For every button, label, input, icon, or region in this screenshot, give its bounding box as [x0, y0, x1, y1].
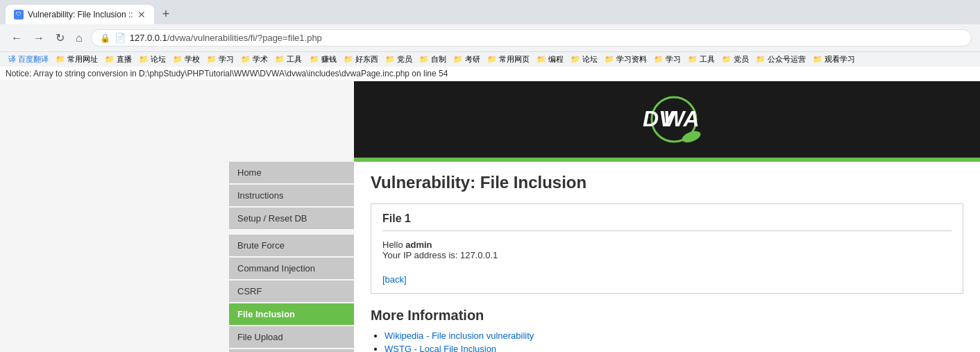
sidebar-item-file-inclusion[interactable]: File Inclusion [229, 303, 354, 325]
sidebar-item-csrf[interactable]: CSRF [229, 280, 354, 302]
bookmark-school[interactable]: 📁 学校 [173, 54, 200, 65]
url-domain: 127.0.0.1 [130, 33, 167, 43]
refresh-button[interactable]: ↻ [53, 28, 67, 47]
file-box-content: Hello admin Your IP address is: 127.0.0.… [382, 240, 952, 285]
bookmark-translate[interactable]: 译 百度翻译 [8, 54, 49, 65]
ip-line: Your IP address is: 127.0.0.1 [382, 250, 952, 260]
back-link[interactable]: [back] [382, 274, 407, 285]
sidebar-container: Home Instructions Setup / Reset DB Brute… [0, 162, 354, 352]
dvwa-logo-container: DV WA [632, 95, 702, 144]
bookmark-party2[interactable]: 📁 党员 [722, 54, 749, 65]
page-title: Vulnerability: File Inclusion [371, 173, 963, 192]
home-button[interactable]: ⌂ [73, 29, 85, 47]
sidebar-item-command-injection[interactable]: Command Injection [229, 258, 354, 279]
sidebar-item-setup[interactable]: Setup / Reset DB [229, 208, 354, 229]
more-info-link-2[interactable]: WSTG - Local File Inclusion [385, 344, 496, 352]
bookmark-tools[interactable]: 📁 工具 [275, 54, 302, 65]
bookmarks-bar: 译 百度翻译 📁 常用网址 📁 直播 📁 论坛 📁 学校 📁 学习 📁 学术 📁… [0, 51, 980, 67]
back-link-container: [back] [382, 267, 952, 285]
more-info-title: More Information [371, 308, 963, 324]
nav-bar: ← → ↻ ⌂ 🔒 📄 127.0.0.1/dvwa/vulnerabiliti… [0, 24, 980, 51]
notice-text: Notice: Array to string conversion in D:… [6, 69, 448, 78]
content-area: Vulnerability: File Inclusion File 1 Hel… [354, 162, 980, 352]
hello-line: Hello admin [382, 240, 952, 250]
hello-label: Hello [382, 240, 405, 250]
tab-bar: 🛡 Vulnerability: File Inclusion :: ✕ + [0, 0, 980, 24]
url-path: /dvwa/vulnerabilities/fi/?page=file1.php [167, 33, 322, 43]
sidebar-item-brute-force[interactable]: Brute Force [229, 235, 354, 256]
bookmark-coding[interactable]: 📁 编程 [537, 54, 564, 65]
bookmark-research[interactable]: 📁 考研 [453, 54, 480, 65]
browser-chrome: 🛡 Vulnerability: File Inclusion :: ✕ + ←… [0, 0, 980, 67]
active-tab[interactable]: 🛡 Vulnerability: File Inclusion :: ✕ [6, 5, 154, 24]
bookmark-study2[interactable]: 📁 学习 [654, 54, 681, 65]
more-info-list: Wikipedia - File inclusion vulnerability… [371, 330, 963, 352]
main-content: DV WA Home Instructions [0, 81, 980, 352]
bookmark-academic[interactable]: 📁 学术 [241, 54, 268, 65]
bookmark-study[interactable]: 📁 学习 [207, 54, 234, 65]
bookmark-watch[interactable]: 📁 观看学习 [813, 54, 855, 65]
dvwa-logo-svg: DV WA [632, 95, 702, 144]
username-value: admin [405, 240, 432, 250]
tab-favicon: 🛡 [14, 10, 24, 19]
bookmark-earn[interactable]: 📁 赚钱 [310, 54, 337, 65]
sidebar-vulnerabilities: Brute Force Command Injection CSRF File … [229, 235, 354, 352]
sidebar-item-insecure-captcha[interactable]: Insecure CAPTCHA [229, 349, 354, 352]
bookmark-tools2[interactable]: 📁 工具 [688, 54, 715, 65]
tab-title: Vulnerability: File Inclusion :: [28, 10, 133, 19]
dvwa-header: DV WA [354, 81, 980, 158]
notice-bar: Notice: Array to string conversion in D:… [0, 67, 980, 81]
body-layout: Home Instructions Setup / Reset DB Brute… [0, 162, 980, 352]
more-info-link-1[interactable]: Wikipedia - File inclusion vulnerability [385, 330, 534, 341]
more-info-section: More Information Wikipedia - File inclus… [371, 308, 963, 352]
tab-close-button[interactable]: ✕ [137, 9, 146, 20]
sidebar-item-instructions[interactable]: Instructions [229, 185, 354, 206]
page-layout: DV WA [0, 81, 980, 162]
address-text: 127.0.0.1/dvwa/vulnerabilities/fi/?page=… [130, 33, 963, 43]
security-icon: 🔒 [100, 33, 110, 43]
address-bar[interactable]: 🔒 📄 127.0.0.1/dvwa/vulnerabilities/fi/?p… [91, 29, 972, 47]
new-tab-button[interactable]: + [157, 4, 176, 24]
bookmark-custom[interactable]: 📁 自制 [419, 54, 446, 65]
page-icon: 📄 [115, 33, 126, 43]
forward-button[interactable]: → [31, 29, 47, 47]
sidebar-item-home[interactable]: Home [229, 162, 354, 183]
ip-label: Your IP address is: [382, 250, 460, 260]
right-section: DV WA [354, 81, 980, 162]
sidebar-item-file-upload[interactable]: File Upload [229, 326, 354, 348]
ip-value: 127.0.0.1 [460, 250, 498, 260]
sidebar: Home Instructions Setup / Reset DB Brute… [229, 162, 354, 352]
list-item: Wikipedia - File inclusion vulnerability [385, 330, 963, 341]
bookmark-good[interactable]: 📁 好东西 [344, 54, 378, 65]
bookmark-public[interactable]: 📁 公众号运营 [756, 54, 806, 65]
bookmark-forum[interactable]: 📁 论坛 [139, 54, 166, 65]
bookmark-party[interactable]: 📁 党员 [385, 54, 412, 65]
file-box: File 1 Hello admin Your IP address is: 1… [371, 203, 963, 294]
left-spacer [0, 81, 354, 162]
bookmark-common[interactable]: 📁 常用网址 [56, 54, 98, 65]
list-item: WSTG - Local File Inclusion [385, 344, 963, 352]
bookmark-live[interactable]: 📁 直播 [105, 54, 132, 65]
bookmark-study-material[interactable]: 📁 学习资料 [605, 54, 647, 65]
file-box-title: File 1 [382, 212, 952, 231]
bookmark-forum2[interactable]: 📁 论坛 [571, 54, 598, 65]
bookmark-common2[interactable]: 📁 常用网页 [487, 54, 530, 65]
sidebar-main-nav: Home Instructions Setup / Reset DB [229, 162, 354, 229]
svg-text:WA: WA [664, 106, 700, 131]
back-button[interactable]: ← [8, 29, 25, 47]
